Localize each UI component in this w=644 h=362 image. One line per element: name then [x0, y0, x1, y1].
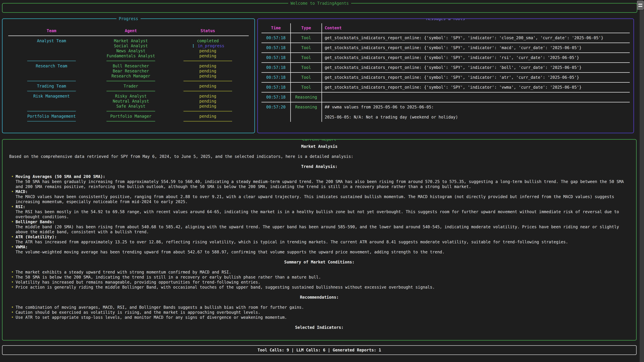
status-badge: pending — [167, 104, 249, 109]
status-badge: pending — [167, 53, 249, 58]
message-type: Tool — [290, 62, 322, 72]
scrollbar-thumb[interactable] — [637, 1, 644, 10]
progress-panel: Progress Team Agent Status Analyst Team … — [2, 18, 255, 133]
header-separator — [8, 33, 249, 38]
bullet-icon: • — [9, 285, 16, 290]
status-badge: pending — [167, 63, 249, 68]
bullet-body: The middle band (20 SMA) has been rising… — [16, 225, 619, 234]
section-heading-recommendations: Recommendations: — [9, 295, 630, 300]
status-badge: pending — [167, 48, 249, 53]
agent-label: Portfolio Manager — [95, 114, 167, 119]
message-type: Tool — [290, 42, 322, 52]
list-item: •The combination of moving averages, MAC… — [9, 305, 630, 310]
bullet-title: ATR (Volatility): — [16, 234, 568, 240]
report-panel: Current Report Market Analysis Based on … — [2, 139, 636, 341]
bullet-icon: • — [9, 245, 16, 255]
bullet-title: RSI: — [16, 204, 630, 209]
scrollbar-track[interactable] — [640, 10, 644, 362]
message-content — [322, 92, 630, 102]
bullet-icon: • — [9, 275, 16, 280]
section-heading-selected-indicators: Selected Indicators: — [9, 325, 630, 330]
message-time: 00:57:18 — [262, 33, 290, 42]
agent-label: Safe Analyst — [95, 104, 167, 109]
bullet-body: The combination of moving averages, MACD… — [16, 305, 304, 310]
stats-bar: Tool Calls: 9 | LLM Calls: 6 | Generated… — [2, 345, 636, 355]
team-label: Analyst Team — [8, 38, 95, 43]
messages-panel: Messages & Tools Time Type Content 00:57… — [257, 18, 634, 133]
bullet-body: Use ATR to set appropriate stop-loss lev… — [16, 315, 287, 320]
bullet-icon: • — [9, 234, 16, 245]
list-item: •Bollinger Bands:The middle band (20 SMA… — [9, 219, 630, 234]
status-badge: pending — [167, 84, 249, 89]
progress-table: Team Agent Status Analyst Team Market An… — [8, 28, 249, 124]
message-time: 00:57:18 — [262, 52, 290, 62]
message-content: ## vwma values from 2025-05-06 to 2025-0… — [322, 102, 630, 122]
message-type: Tool — [290, 52, 322, 62]
message-time: 00:57:18 — [262, 92, 290, 102]
bullet-title: MACD: — [16, 189, 630, 194]
bullet-icon: • — [9, 270, 16, 275]
message-content: get_stockstats_indicators_report_online:… — [322, 82, 630, 92]
message-content: get_stockstats_indicators_report_online:… — [322, 72, 630, 82]
status-badge: pending — [167, 114, 249, 119]
group-separator — [8, 119, 249, 124]
agent-label: Fundamentals Analyst — [95, 53, 167, 58]
bullet-body: Volatility has increased but remains man… — [16, 280, 260, 285]
list-item: •ATR (Volatility):The ATR has increased … — [9, 234, 630, 245]
list-item: •Moving Averages (50 SMA and 200 SMA):Th… — [9, 174, 630, 189]
message-time: 00:57:18 — [262, 82, 290, 92]
bullet-title: VWMA: — [16, 245, 444, 250]
list-item: •Price action is generally riding the mi… — [9, 285, 630, 290]
welcome-panel: Welcome to TradingAgents — [2, 3, 637, 13]
bullet-icon: • — [9, 280, 16, 285]
bullet-body: The RSI has been mostly in the 54.92 to … — [16, 210, 619, 219]
bullet-icon: • — [9, 189, 16, 204]
status-badge: completed — [167, 38, 249, 43]
agent-label: Bull Researcher — [95, 63, 167, 68]
list-item: •The market exhibits a steady upward tre… — [9, 270, 630, 275]
bullet-body: The 50 SMA is below the 200 SMA, indicat… — [16, 275, 321, 280]
section-heading-trend: Trend Analysis: — [9, 164, 630, 169]
table-row: News Analyst pending — [8, 48, 249, 53]
team-label: Research Team — [8, 63, 95, 68]
bullet-body: Price action is generally riding the mid… — [16, 285, 435, 290]
agent-label: Trader — [95, 84, 167, 89]
message-type: Tool — [290, 72, 322, 82]
stats-text: Tool Calls: 9 | LLM Calls: 6 | Generated… — [258, 348, 381, 353]
status-badge: ⋮in_progress — [167, 43, 249, 48]
agent-label: Research Manager — [95, 73, 167, 79]
report-panel-title: Current Report — [300, 139, 338, 142]
message-time: 00:57:20 — [262, 102, 290, 122]
list-item: •Caution should be exercised as volatili… — [9, 310, 630, 315]
bullet-icon: • — [9, 310, 16, 315]
agent-label: Neutral Analyst — [95, 99, 167, 104]
message-type: Reasoning — [290, 102, 322, 122]
terminal-screen: Welcome to TradingAgents Progress Team A… — [0, 0, 644, 362]
table-row: Research Team Bull Researcher pending — [8, 63, 249, 68]
table-row: Social Analyst ⋮in_progress — [8, 43, 249, 48]
column-header-team: Team — [8, 28, 95, 33]
group-separator — [8, 109, 249, 114]
progress-panel-title: Progress — [116, 16, 140, 21]
agent-label: Risky Analyst — [95, 94, 167, 99]
message-type: Reasoning — [290, 92, 322, 102]
message-content: get_stockstats_indicators_report_online:… — [322, 52, 630, 62]
list-item: •RSI:The RSI has been mostly in the 54.9… — [9, 204, 630, 219]
spinner-icon: ⋮ — [191, 43, 196, 48]
message-content: get_stockstats_indicators_report_online:… — [322, 62, 630, 72]
messages-table: Time Type Content 00:57:18 Tool get_stoc… — [262, 23, 630, 122]
bullet-icon: • — [9, 174, 16, 189]
group-separator — [8, 79, 249, 84]
report-main-heading: Market Analysis — [9, 144, 630, 149]
trend-bullet-list: •Moving Averages (50 SMA and 200 SMA):Th… — [9, 174, 630, 255]
bullet-body: The volume-weighted moving average has b… — [16, 250, 444, 254]
status-badge: pending — [167, 94, 249, 99]
bullet-body: The ATR has increased from approximately… — [16, 240, 568, 244]
agent-label: Social Analyst — [95, 43, 167, 48]
progress-header-row: Team Agent Status — [8, 28, 249, 33]
status-badge: pending — [167, 73, 249, 79]
bullet-icon: • — [9, 305, 16, 310]
status-label: in_progress — [198, 43, 224, 48]
bullet-icon: • — [9, 204, 16, 219]
recommendations-bullet-list: •The combination of moving averages, MAC… — [9, 305, 630, 320]
